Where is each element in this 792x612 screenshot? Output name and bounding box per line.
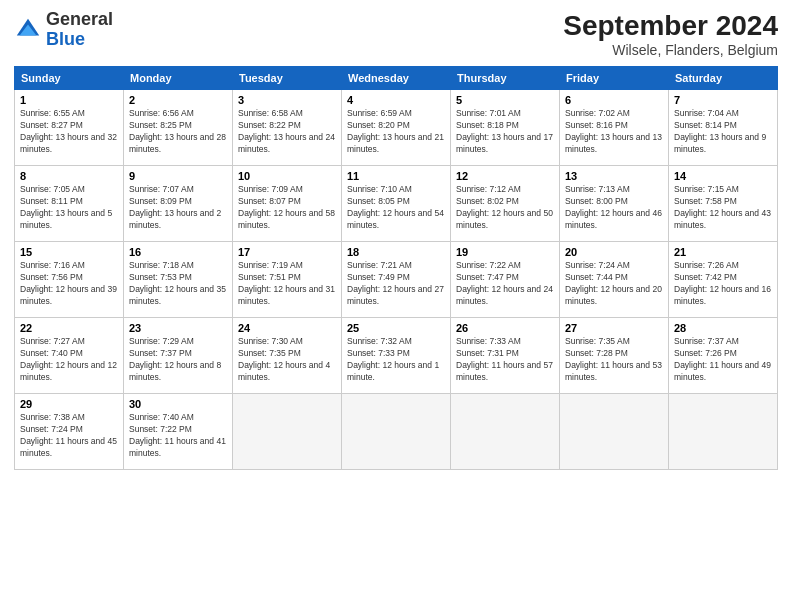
table-row: 9Sunrise: 7:07 AMSunset: 8:09 PMDaylight… (124, 166, 233, 242)
day-info: Sunrise: 7:27 AMSunset: 7:40 PMDaylight:… (20, 336, 118, 384)
header: General Blue September 2024 Wilsele, Fla… (14, 10, 778, 58)
table-row: 30Sunrise: 7:40 AMSunset: 7:22 PMDayligh… (124, 394, 233, 470)
day-info: Sunrise: 7:30 AMSunset: 7:35 PMDaylight:… (238, 336, 336, 384)
day-info: Sunrise: 7:18 AMSunset: 7:53 PMDaylight:… (129, 260, 227, 308)
day-number: 22 (20, 322, 118, 334)
day-number: 4 (347, 94, 445, 106)
table-row: 17Sunrise: 7:19 AMSunset: 7:51 PMDayligh… (233, 242, 342, 318)
table-row: 11Sunrise: 7:10 AMSunset: 8:05 PMDayligh… (342, 166, 451, 242)
col-sunday: Sunday (15, 67, 124, 90)
day-number: 14 (674, 170, 772, 182)
day-info: Sunrise: 7:12 AMSunset: 8:02 PMDaylight:… (456, 184, 554, 232)
calendar-table: Sunday Monday Tuesday Wednesday Thursday… (14, 66, 778, 470)
col-wednesday: Wednesday (342, 67, 451, 90)
table-row (233, 394, 342, 470)
day-info: Sunrise: 7:32 AMSunset: 7:33 PMDaylight:… (347, 336, 445, 384)
day-number: 27 (565, 322, 663, 334)
day-number: 10 (238, 170, 336, 182)
table-row: 18Sunrise: 7:21 AMSunset: 7:49 PMDayligh… (342, 242, 451, 318)
table-row: 12Sunrise: 7:12 AMSunset: 8:02 PMDayligh… (451, 166, 560, 242)
day-info: Sunrise: 7:01 AMSunset: 8:18 PMDaylight:… (456, 108, 554, 156)
table-row: 10Sunrise: 7:09 AMSunset: 8:07 PMDayligh… (233, 166, 342, 242)
day-number: 18 (347, 246, 445, 258)
day-number: 12 (456, 170, 554, 182)
day-info: Sunrise: 7:35 AMSunset: 7:28 PMDaylight:… (565, 336, 663, 384)
table-row (451, 394, 560, 470)
day-info: Sunrise: 6:59 AMSunset: 8:20 PMDaylight:… (347, 108, 445, 156)
logo-line2: Blue (46, 30, 113, 50)
day-info: Sunrise: 6:58 AMSunset: 8:22 PMDaylight:… (238, 108, 336, 156)
title-area: September 2024 Wilsele, Flanders, Belgiu… (563, 10, 778, 58)
table-row: 1Sunrise: 6:55 AMSunset: 8:27 PMDaylight… (15, 90, 124, 166)
logo: General Blue (14, 10, 113, 50)
day-info: Sunrise: 7:02 AMSunset: 8:16 PMDaylight:… (565, 108, 663, 156)
day-info: Sunrise: 7:26 AMSunset: 7:42 PMDaylight:… (674, 260, 772, 308)
day-number: 24 (238, 322, 336, 334)
table-row: 20Sunrise: 7:24 AMSunset: 7:44 PMDayligh… (560, 242, 669, 318)
table-row: 7Sunrise: 7:04 AMSunset: 8:14 PMDaylight… (669, 90, 778, 166)
table-row: 25Sunrise: 7:32 AMSunset: 7:33 PMDayligh… (342, 318, 451, 394)
day-number: 26 (456, 322, 554, 334)
col-thursday: Thursday (451, 67, 560, 90)
col-saturday: Saturday (669, 67, 778, 90)
logo-line1: General (46, 10, 113, 30)
col-monday: Monday (124, 67, 233, 90)
day-info: Sunrise: 7:29 AMSunset: 7:37 PMDaylight:… (129, 336, 227, 384)
day-info: Sunrise: 7:13 AMSunset: 8:00 PMDaylight:… (565, 184, 663, 232)
table-row: 19Sunrise: 7:22 AMSunset: 7:47 PMDayligh… (451, 242, 560, 318)
day-number: 8 (20, 170, 118, 182)
table-row: 26Sunrise: 7:33 AMSunset: 7:31 PMDayligh… (451, 318, 560, 394)
day-number: 25 (347, 322, 445, 334)
day-number: 5 (456, 94, 554, 106)
day-number: 23 (129, 322, 227, 334)
day-number: 13 (565, 170, 663, 182)
day-info: Sunrise: 7:16 AMSunset: 7:56 PMDaylight:… (20, 260, 118, 308)
day-number: 9 (129, 170, 227, 182)
day-info: Sunrise: 7:04 AMSunset: 8:14 PMDaylight:… (674, 108, 772, 156)
day-info: Sunrise: 6:56 AMSunset: 8:25 PMDaylight:… (129, 108, 227, 156)
day-number: 11 (347, 170, 445, 182)
table-row: 8Sunrise: 7:05 AMSunset: 8:11 PMDaylight… (15, 166, 124, 242)
day-info: Sunrise: 7:38 AMSunset: 7:24 PMDaylight:… (20, 412, 118, 460)
day-info: Sunrise: 7:22 AMSunset: 7:47 PMDaylight:… (456, 260, 554, 308)
day-info: Sunrise: 7:10 AMSunset: 8:05 PMDaylight:… (347, 184, 445, 232)
table-row: 21Sunrise: 7:26 AMSunset: 7:42 PMDayligh… (669, 242, 778, 318)
table-row: 6Sunrise: 7:02 AMSunset: 8:16 PMDaylight… (560, 90, 669, 166)
day-info: Sunrise: 6:55 AMSunset: 8:27 PMDaylight:… (20, 108, 118, 156)
day-info: Sunrise: 7:40 AMSunset: 7:22 PMDaylight:… (129, 412, 227, 460)
page-container: General Blue September 2024 Wilsele, Fla… (0, 0, 792, 480)
table-row: 4Sunrise: 6:59 AMSunset: 8:20 PMDaylight… (342, 90, 451, 166)
table-row: 14Sunrise: 7:15 AMSunset: 7:58 PMDayligh… (669, 166, 778, 242)
table-row: 2Sunrise: 6:56 AMSunset: 8:25 PMDaylight… (124, 90, 233, 166)
col-friday: Friday (560, 67, 669, 90)
day-number: 15 (20, 246, 118, 258)
table-row: 29Sunrise: 7:38 AMSunset: 7:24 PMDayligh… (15, 394, 124, 470)
day-number: 20 (565, 246, 663, 258)
day-number: 30 (129, 398, 227, 410)
logo-icon (14, 16, 42, 44)
day-number: 3 (238, 94, 336, 106)
day-number: 19 (456, 246, 554, 258)
table-row: 23Sunrise: 7:29 AMSunset: 7:37 PMDayligh… (124, 318, 233, 394)
day-number: 29 (20, 398, 118, 410)
table-row: 22Sunrise: 7:27 AMSunset: 7:40 PMDayligh… (15, 318, 124, 394)
day-number: 1 (20, 94, 118, 106)
col-tuesday: Tuesday (233, 67, 342, 90)
day-info: Sunrise: 7:24 AMSunset: 7:44 PMDaylight:… (565, 260, 663, 308)
table-row: 28Sunrise: 7:37 AMSunset: 7:26 PMDayligh… (669, 318, 778, 394)
table-row: 24Sunrise: 7:30 AMSunset: 7:35 PMDayligh… (233, 318, 342, 394)
day-info: Sunrise: 7:07 AMSunset: 8:09 PMDaylight:… (129, 184, 227, 232)
day-number: 17 (238, 246, 336, 258)
day-number: 16 (129, 246, 227, 258)
day-info: Sunrise: 7:21 AMSunset: 7:49 PMDaylight:… (347, 260, 445, 308)
day-number: 21 (674, 246, 772, 258)
day-info: Sunrise: 7:33 AMSunset: 7:31 PMDaylight:… (456, 336, 554, 384)
day-info: Sunrise: 7:09 AMSunset: 8:07 PMDaylight:… (238, 184, 336, 232)
day-info: Sunrise: 7:15 AMSunset: 7:58 PMDaylight:… (674, 184, 772, 232)
table-row: 3Sunrise: 6:58 AMSunset: 8:22 PMDaylight… (233, 90, 342, 166)
day-info: Sunrise: 7:37 AMSunset: 7:26 PMDaylight:… (674, 336, 772, 384)
location-title: Wilsele, Flanders, Belgium (563, 42, 778, 58)
day-info: Sunrise: 7:19 AMSunset: 7:51 PMDaylight:… (238, 260, 336, 308)
table-row: 27Sunrise: 7:35 AMSunset: 7:28 PMDayligh… (560, 318, 669, 394)
table-row (342, 394, 451, 470)
